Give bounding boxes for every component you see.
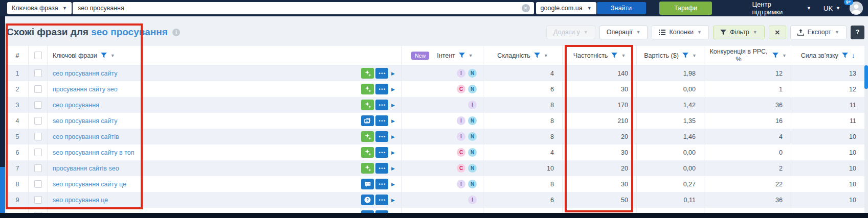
chevron-down-icon[interactable]: ▼ [782, 53, 787, 58]
row-actions: ••• ▶ [361, 115, 401, 126]
col-header-strength[interactable]: Сила зв’язку ↓ [791, 46, 864, 65]
keyword-link[interactable]: просування сайтів seo [53, 165, 119, 172]
keyword-link[interactable]: seo просування це [53, 197, 108, 204]
expand-arrow-icon[interactable]: ▶ [391, 87, 395, 92]
filter-icon[interactable] [534, 53, 540, 58]
difficulty-header-label: Складність [497, 52, 530, 59]
col-header-keywords[interactable]: Ключові фрази ▼ [48, 46, 402, 65]
avatar[interactable]: 9+ [850, 2, 863, 15]
more-actions-icon[interactable]: ••• [375, 195, 388, 205]
info-icon[interactable]: i [172, 29, 180, 36]
expand-arrow-icon[interactable]: ▶ [391, 198, 395, 203]
row-checkbox[interactable] [34, 180, 42, 188]
export-button[interactable]: Експорт ▼ [790, 26, 847, 39]
expand-arrow-icon[interactable]: ▶ [391, 166, 395, 171]
intent-badge-n: N [468, 148, 477, 157]
col-header-competition[interactable]: Конкуренція в PPC, % ▼ [704, 46, 791, 65]
question-icon[interactable]: ? [361, 195, 374, 205]
chevron-down-icon[interactable]: ▼ [469, 53, 473, 58]
more-actions-icon[interactable]: ••• [375, 115, 388, 126]
keyword-link[interactable]: seo просування сайту [53, 117, 118, 125]
filter-icon[interactable] [682, 53, 688, 58]
keyword-link[interactable]: сео просування [53, 102, 99, 109]
filter-icon[interactable] [611, 53, 617, 58]
row-checkbox[interactable] [34, 69, 42, 77]
filter-button[interactable]: Фільтр ▼ [713, 26, 765, 39]
filter-icon[interactable] [842, 53, 848, 58]
keyword-link[interactable]: сео просування сайтів [53, 133, 119, 140]
sparkles-icon[interactable] [361, 147, 374, 158]
chevron-down-icon[interactable]: ▼ [692, 53, 697, 58]
more-actions-icon[interactable]: ••• [375, 147, 388, 158]
chevron-down-icon[interactable]: ▼ [621, 53, 626, 58]
select-all-checkbox[interactable] [34, 52, 42, 59]
col-header-intent[interactable]: New Інтент ▼ [402, 46, 483, 65]
keyword-link[interactable]: сео просування сайту [53, 70, 118, 77]
page-title-keyword[interactable]: seo просування [91, 27, 168, 37]
sparkles-icon[interactable] [361, 68, 374, 79]
keyword-link[interactable]: seo просування сайту в топ [53, 149, 135, 156]
keyword-link[interactable]: просування сайту seo [53, 86, 118, 93]
clear-filter-button[interactable]: ✕ [769, 26, 786, 39]
filter-icon[interactable] [772, 53, 778, 58]
row-checkbox[interactable] [34, 117, 42, 125]
support-center-menu[interactable]: Центр підтримки ▼ [752, 1, 811, 16]
expand-arrow-icon[interactable]: ▶ [391, 103, 395, 108]
language-menu[interactable]: UK ▼ [824, 5, 840, 12]
columns-button[interactable]: Колонки ▼ [652, 26, 709, 39]
expand-arrow-icon[interactable]: ▶ [391, 150, 395, 155]
more-actions-icon[interactable]: ••• [375, 179, 388, 189]
col-header-cost[interactable]: Вартість ($) ▼ [637, 46, 704, 65]
intent-cell: CN [402, 144, 483, 160]
sort-desc-icon[interactable]: ↓ [852, 52, 855, 59]
search-input[interactable] [78, 5, 522, 12]
more-actions-icon[interactable]: ••• [375, 84, 388, 94]
chevron-down-icon: ▼ [753, 30, 758, 35]
comment-icon[interactable] [361, 179, 374, 189]
sparkles-icon[interactable] [361, 84, 374, 94]
intent-badge-n: N [468, 69, 477, 78]
row-checkbox[interactable] [34, 133, 42, 140]
expand-arrow-icon[interactable]: ▶ [391, 118, 395, 124]
row-checkbox[interactable] [34, 196, 42, 204]
more-actions-icon[interactable]: ••• [375, 163, 388, 174]
row-checkbox[interactable] [34, 149, 42, 156]
keyword-cell: seo просування сайту це ••• ▶ [48, 176, 402, 192]
more-actions-icon[interactable]: ••• [375, 68, 388, 79]
row-checkbox[interactable] [34, 164, 42, 172]
expand-arrow-icon[interactable]: ▶ [391, 134, 395, 139]
chevron-down-icon: ▼ [836, 6, 840, 11]
keyword-type-select[interactable]: Ключова фраза ▼ [7, 2, 72, 14]
filter-icon[interactable] [101, 53, 107, 58]
sparkles-icon[interactable] [361, 131, 374, 142]
clear-search-icon[interactable]: ✕ [522, 4, 530, 12]
filter-icon[interactable] [459, 53, 465, 58]
more-actions-icon[interactable]: ••• [375, 131, 388, 142]
images-icon[interactable] [361, 115, 374, 126]
expand-arrow-icon[interactable]: ▶ [391, 71, 395, 76]
help-button[interactable]: ? [851, 26, 864, 39]
competition-cell: 36 [704, 192, 791, 208]
chevron-down-icon[interactable]: ▼ [110, 53, 115, 58]
operations-button[interactable]: Операції ▼ [599, 26, 648, 39]
more-actions-icon[interactable]: ••• [375, 100, 388, 110]
row-checkbox[interactable] [34, 101, 42, 109]
tariffs-button[interactable]: Тарифи [659, 2, 713, 15]
toolbar: Додати у ▼ Операції ▼ Колонки ▼ Фільтр ▼… [546, 26, 864, 39]
sparkles-icon[interactable] [361, 163, 374, 174]
scrollbar-thumb[interactable] [864, 65, 868, 89]
strength-cell: 11 [791, 113, 864, 129]
chevron-down-icon[interactable]: ▼ [544, 53, 548, 58]
row-select-cell [29, 192, 48, 208]
expand-arrow-icon[interactable]: ▶ [391, 182, 395, 187]
row-checkbox[interactable] [34, 85, 42, 93]
strength-header-label: Сила зв’язку [801, 52, 838, 59]
col-header-difficulty[interactable]: Складність ▼ [483, 46, 563, 65]
search-engine-select[interactable]: google.com.ua ▼ [536, 2, 596, 14]
sparkles-icon[interactable] [361, 100, 374, 110]
keyword-cell: seo просування сайту в топ ••• ▶ [48, 144, 402, 160]
keyword-link[interactable]: seo просування сайту це [53, 181, 126, 188]
search-button[interactable]: Знайти [597, 2, 646, 14]
vertical-scrollbar[interactable] [864, 65, 868, 213]
col-header-volume[interactable]: Частотність ▼ [563, 46, 637, 65]
